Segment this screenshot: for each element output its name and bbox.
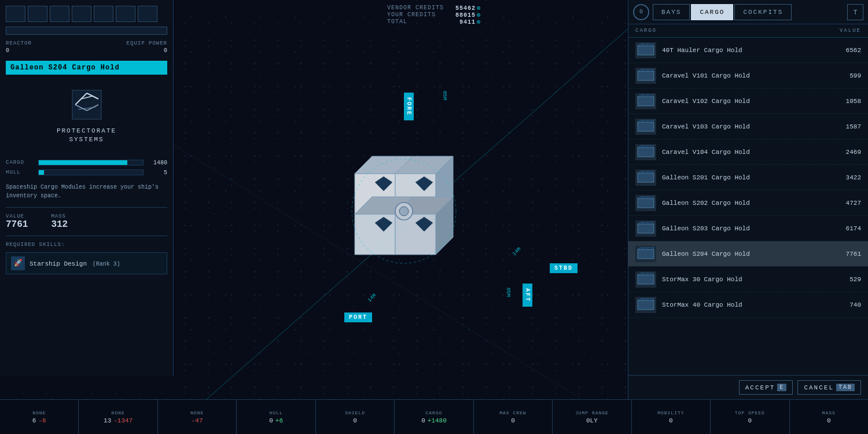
tab-bays[interactable]: BAYS bbox=[653, 4, 690, 20]
svg-rect-62 bbox=[638, 249, 654, 259]
svg-rect-66 bbox=[638, 275, 654, 284]
vendor-credits-label: VENDOR CREDITS bbox=[387, 5, 444, 12]
brand-area: PROTECTORATESYSTEMS bbox=[6, 82, 167, 150]
skill-info: Starship Design (Rank 3) bbox=[30, 258, 120, 269]
bottom-stat-value: -6 bbox=[38, 417, 46, 424]
item-row[interactable]: Caravel V103 Cargo Hold1587 bbox=[628, 114, 868, 139]
cancel-button[interactable]: CANCEL TAB bbox=[797, 380, 861, 395]
skill-badge: 🚀 Starship Design (Rank 3) bbox=[6, 252, 167, 274]
bottom-stat-value: 0 bbox=[827, 417, 831, 424]
selected-item-header: Galleon S204 Cargo Hold bbox=[6, 61, 167, 75]
item-row[interactable]: Galleon S203 Cargo Hold6174 bbox=[628, 216, 868, 241]
svg-rect-54 bbox=[638, 198, 654, 208]
value-col-header: VALUE bbox=[840, 28, 861, 34]
brand-name: PROTECTORATESYSTEMS bbox=[57, 127, 116, 145]
power-cell-5 bbox=[94, 6, 113, 22]
tab-cockpits[interactable]: COCKPITS bbox=[734, 4, 792, 20]
bottom-stat-label: CARGO bbox=[425, 410, 442, 415]
bottom-stat-values: 0 bbox=[511, 417, 515, 424]
fore-distance: 05M bbox=[442, 91, 447, 100]
item-name: Caravel V102 Cargo Hold bbox=[662, 98, 832, 105]
bottom-stat-values: 6-6 bbox=[32, 417, 46, 424]
item-value: 6562 bbox=[832, 47, 861, 54]
brand-logo bbox=[69, 87, 104, 122]
power-cell-7 bbox=[138, 6, 157, 22]
item-icon bbox=[635, 271, 656, 288]
power-cell-1 bbox=[6, 6, 25, 22]
power-cell-2 bbox=[28, 6, 47, 22]
bottom-stat-value: 6 bbox=[32, 417, 36, 424]
item-name: 40T Hauler Cargo Hold bbox=[662, 47, 832, 54]
power-bar bbox=[6, 27, 167, 35]
cargo-col-header: CARGO bbox=[635, 28, 657, 34]
bottom-stat-shield: SHIELD0 bbox=[316, 400, 395, 434]
item-value: 2469 bbox=[832, 149, 861, 156]
item-icon bbox=[635, 297, 656, 313]
mass-group: MASS 312 bbox=[51, 214, 68, 230]
svg-rect-46 bbox=[638, 148, 654, 157]
item-row[interactable]: Caravel V102 Cargo Hold1058 bbox=[628, 89, 868, 114]
svg-marker-55 bbox=[638, 196, 654, 198]
tab-bar: 0 BAYS CARGO COCKPITS T bbox=[628, 0, 868, 24]
bottom-stat-values: 0 bbox=[827, 417, 831, 424]
svg-marker-71 bbox=[638, 298, 654, 300]
bottom-stat-label: NONE bbox=[32, 410, 46, 415]
total-credits-value: 9411⊙ bbox=[459, 19, 481, 25]
power-values: 0 0 bbox=[6, 47, 167, 54]
item-name: Galleon S203 Cargo Hold bbox=[662, 225, 832, 232]
svg-marker-47 bbox=[638, 145, 654, 148]
bottom-stat-label: MOBILITY bbox=[657, 410, 684, 415]
item-icon bbox=[635, 68, 656, 84]
bottom-stat-label: MASS bbox=[822, 410, 836, 415]
bottom-stat-jump-range: JUMP RANGE0LY bbox=[553, 400, 631, 434]
item-name: Caravel V101 Cargo Hold bbox=[662, 72, 832, 79]
your-credits-label: YOUR CREDITS bbox=[387, 12, 436, 19]
accept-button[interactable]: ACCEPT E bbox=[739, 380, 793, 395]
cancel-key-badge: TAB bbox=[836, 384, 855, 391]
bottom-stat-hull: HULL0+6 bbox=[237, 400, 315, 434]
item-name: Galleon S201 Cargo Hold bbox=[662, 174, 832, 181]
cargo-bar bbox=[38, 160, 144, 165]
tab-circle-0[interactable]: 0 bbox=[633, 4, 649, 20]
bottom-stat-label: MAX CREW bbox=[499, 410, 526, 415]
power-cell-6 bbox=[116, 6, 135, 22]
svg-point-21 bbox=[399, 207, 409, 216]
your-credits-value: 88015⊙ bbox=[455, 12, 481, 19]
item-icon bbox=[635, 246, 656, 262]
svg-rect-16 bbox=[395, 214, 436, 255]
svg-marker-35 bbox=[638, 69, 654, 71]
item-value: 3422 bbox=[832, 174, 861, 181]
action-bar: ACCEPT E CANCEL TAB bbox=[628, 375, 868, 399]
item-row[interactable]: Galleon S204 Cargo Hold7761 bbox=[628, 241, 868, 267]
item-name: Galleon S202 Cargo Hold bbox=[662, 200, 832, 207]
item-row[interactable]: 40T Hauler Cargo Hold6562 bbox=[628, 38, 868, 63]
item-row[interactable]: Caravel V101 Cargo Hold599 bbox=[628, 63, 868, 89]
bottom-stat-max-crew: MAX CREW0 bbox=[474, 400, 553, 434]
bottom-stat-values: 13-1347 bbox=[104, 417, 133, 424]
item-row[interactable]: StorMax 30 Cargo Hold529 bbox=[628, 267, 868, 292]
svg-marker-67 bbox=[638, 273, 654, 275]
your-credit-icon: ⊙ bbox=[477, 12, 481, 19]
tab-cargo[interactable]: CARGO bbox=[691, 4, 733, 20]
item-row[interactable]: Caravel V104 Cargo Hold2469 bbox=[628, 139, 868, 165]
bottom-stat-value: -47 bbox=[192, 417, 203, 424]
bottom-stat-value: 13 bbox=[104, 417, 111, 424]
svg-rect-42 bbox=[638, 122, 654, 131]
svg-marker-31 bbox=[638, 43, 654, 46]
bottom-stat-values: 0 bbox=[669, 417, 673, 424]
item-value: 7761 bbox=[832, 251, 861, 258]
item-row[interactable]: StorMax 40 Cargo Hold740 bbox=[628, 292, 868, 318]
divider-2 bbox=[6, 236, 167, 236]
item-row[interactable]: Galleon S202 Cargo Hold4727 bbox=[628, 190, 868, 216]
bottom-stat-values: 0 bbox=[353, 417, 357, 424]
svg-rect-34 bbox=[638, 71, 654, 80]
item-value: 529 bbox=[832, 276, 861, 283]
power-labels: REACTOR EQUIP POWER bbox=[6, 41, 167, 46]
item-list[interactable]: 40T Hauler Cargo Hold6562Caravel V101 Ca… bbox=[628, 38, 868, 337]
item-row[interactable]: Galleon S201 Cargo Hold3422 bbox=[628, 165, 868, 190]
bottom-stat-label: SHIELD bbox=[345, 410, 365, 415]
bottom-stat-mass: MASS0 bbox=[790, 400, 868, 434]
tab-t[interactable]: T bbox=[847, 4, 863, 20]
aft-distance: 05M bbox=[505, 288, 511, 297]
cargo-stat-row: CARGO 1480 bbox=[6, 160, 167, 166]
